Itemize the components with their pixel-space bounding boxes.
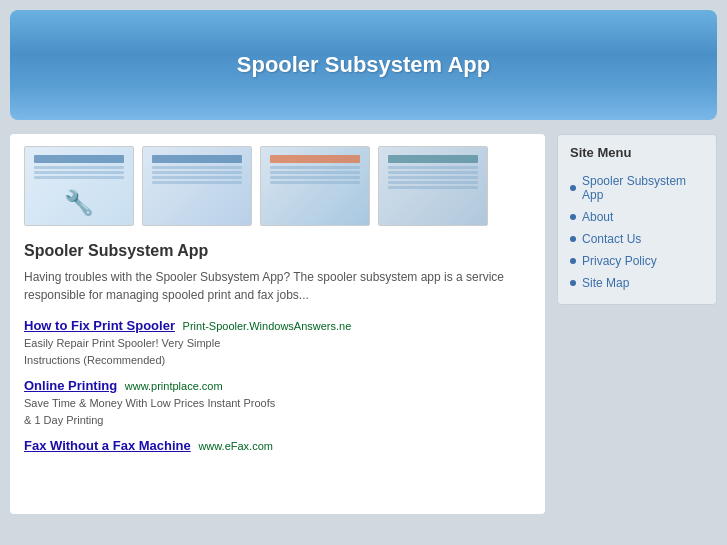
thumb-titlebar: [388, 155, 477, 163]
header: Spooler Subsystem App: [10, 10, 717, 120]
ad-link-3[interactable]: Fax Without a Fax Machine: [24, 438, 191, 453]
thumb-titlebar: [270, 155, 359, 163]
sidebar-item-label-5: Site Map: [582, 276, 629, 290]
screenshot-thumb-1[interactable]: 🔧: [24, 146, 134, 226]
main-content: 🔧: [10, 134, 545, 514]
ad-block-2: Online Printing www.printplace.com Save …: [24, 378, 531, 428]
screenshots-row: 🔧: [24, 146, 531, 226]
thumb-titlebar: [34, 155, 123, 163]
page-title: Spooler Subsystem App: [237, 52, 490, 78]
content-area: 🔧: [10, 134, 717, 514]
ad-url-2: www.printplace.com: [125, 380, 223, 392]
site-menu-title: Site Menu: [570, 145, 704, 160]
screenshot-thumb-2[interactable]: [142, 146, 252, 226]
sidebar: Site Menu Spooler Subsystem App About Co…: [557, 134, 717, 514]
sidebar-item-label-4: Privacy Policy: [582, 254, 657, 268]
sidebar-item-spooler[interactable]: Spooler Subsystem App: [570, 170, 704, 206]
sidebar-item-label-1: Spooler Subsystem App: [582, 174, 704, 202]
menu-bullet-3: [570, 236, 576, 242]
screenshot-thumb-4[interactable]: [378, 146, 488, 226]
ad-block-1: How to Fix Print Spooler Print-Spooler.W…: [24, 318, 531, 368]
menu-bullet-4: [570, 258, 576, 264]
ad-link-2[interactable]: Online Printing: [24, 378, 117, 393]
ad-desc-1: Easily Repair Print Spooler! Very Simple…: [24, 335, 531, 368]
page-wrapper: Spooler Subsystem App 🔧: [0, 0, 727, 524]
thumb-titlebar: [152, 155, 241, 163]
article-intro: Having troubles with the Spooler Subsyst…: [24, 268, 531, 304]
sidebar-item-label-3: Contact Us: [582, 232, 641, 246]
ad-link-1[interactable]: How to Fix Print Spooler: [24, 318, 175, 333]
site-menu: Site Menu Spooler Subsystem App About Co…: [557, 134, 717, 305]
sidebar-item-sitemap[interactable]: Site Map: [570, 272, 704, 294]
ad-url-3: www.eFax.com: [198, 440, 273, 452]
menu-bullet-1: [570, 185, 576, 191]
tool-icon: 🔧: [64, 189, 94, 217]
menu-bullet-2: [570, 214, 576, 220]
ad-url-1: Print-Spooler.WindowsAnswers.ne: [183, 320, 352, 332]
sidebar-item-about[interactable]: About: [570, 206, 704, 228]
sidebar-item-label-2: About: [582, 210, 613, 224]
ad-block-3: Fax Without a Fax Machine www.eFax.com: [24, 438, 531, 453]
menu-bullet-5: [570, 280, 576, 286]
ad-desc-2: Save Time & Money With Low Prices Instan…: [24, 395, 531, 428]
sidebar-item-contact[interactable]: Contact Us: [570, 228, 704, 250]
sidebar-item-privacy[interactable]: Privacy Policy: [570, 250, 704, 272]
screenshot-thumb-3[interactable]: [260, 146, 370, 226]
article-title: Spooler Subsystem App: [24, 242, 531, 260]
